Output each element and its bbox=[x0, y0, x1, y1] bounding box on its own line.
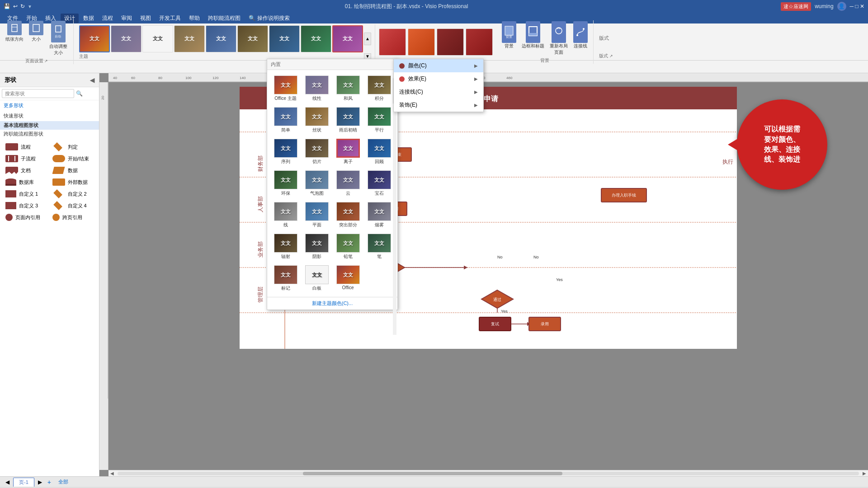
callout-arrow bbox=[728, 138, 739, 151]
category-cross[interactable]: 跨职能流程图形状 bbox=[0, 130, 99, 138]
theme-pen-cell[interactable]: 文文 笔 bbox=[364, 232, 394, 262]
theme-accumulate[interactable]: 文文 bbox=[174, 25, 205, 52]
page-tab-1[interactable]: 页-1 bbox=[13, 478, 34, 487]
theme-sequence-cell[interactable]: 文文 序列 bbox=[271, 137, 300, 167]
theme-harmony-cell[interactable]: 文文 和风 bbox=[333, 74, 363, 103]
context-color-arrow: ▶ bbox=[474, 63, 478, 68]
context-color[interactable]: 颜色(C) ▶ bbox=[394, 59, 483, 72]
page-scroll-right[interactable]: ▶ bbox=[36, 478, 44, 486]
add-page-btn[interactable]: + bbox=[46, 478, 53, 487]
background-btn[interactable]: 背景 背景 bbox=[500, 20, 518, 56]
theme-ion-sel[interactable]: 文文 bbox=[332, 25, 363, 52]
menu-view[interactable]: 视图 bbox=[137, 14, 155, 23]
theme-protrude-cell[interactable]: 文文 突出部分 bbox=[333, 200, 363, 230]
theme-silk[interactable]: 文文 bbox=[237, 25, 268, 52]
theme-pencil-cell[interactable]: 文文 铅笔 bbox=[333, 232, 363, 262]
theme-office2-cell[interactable]: 文文 Office bbox=[333, 263, 363, 293]
right-theme-4[interactable] bbox=[466, 28, 493, 56]
theme-bubble-cell[interactable]: 文文 气泡图 bbox=[302, 169, 331, 198]
menu-process[interactable]: 流程 bbox=[99, 14, 117, 23]
shapes-collapse[interactable]: ◀ bbox=[90, 77, 94, 84]
theme-selected-office[interactable]: 文文 bbox=[79, 25, 110, 52]
relayout-btn[interactable]: 重新布局页面 bbox=[548, 20, 570, 56]
theme-whiteboard-cell[interactable]: 文文 白板 bbox=[302, 263, 331, 293]
theme-cloud-cell[interactable]: 文文 云 bbox=[333, 169, 363, 198]
theme-office-main[interactable]: 文文 Office 主题 bbox=[271, 74, 300, 103]
shapes-search-icon[interactable]: 🔍 bbox=[76, 90, 83, 97]
border-title-btn[interactable]: 边框和标题 bbox=[520, 20, 546, 56]
shape-document[interactable]: 文档 bbox=[4, 165, 49, 175]
shape-custom1[interactable]: 自定义 1 bbox=[4, 189, 49, 199]
theme-slice-cell[interactable]: 文文 切片 bbox=[302, 137, 331, 167]
right-theme-2[interactable] bbox=[408, 28, 435, 56]
shape-data[interactable]: 数据 bbox=[51, 165, 96, 175]
user-icon[interactable]: 👤 bbox=[837, 2, 846, 11]
theme-parallel-cell[interactable]: 文文 平行 bbox=[364, 105, 394, 135]
theme-accumulate-cell[interactable]: 文文 积分 bbox=[364, 74, 394, 103]
theme-shadow-cell[interactable]: 文文 阴影 bbox=[302, 232, 331, 262]
context-connector[interactable]: 连接线(C) ▶ bbox=[394, 85, 483, 99]
shape-external-data[interactable]: 外部数据 bbox=[51, 177, 96, 187]
theme-enviro-cell[interactable]: 文文 环保 bbox=[271, 169, 300, 198]
category-basic[interactable]: 基本流程图形状 bbox=[0, 121, 99, 130]
menu-review[interactable]: 审阅 bbox=[118, 14, 136, 23]
context-color-label: 颜色(C) bbox=[408, 62, 427, 70]
page-direction-btn[interactable]: 纸张方向 bbox=[4, 20, 25, 43]
theme-rain-cell[interactable]: 文文 雨后初晴 bbox=[333, 105, 363, 135]
shape-crosspage-ref[interactable]: 跨页引用 bbox=[51, 212, 96, 222]
theme-harmony[interactable]: 文文 bbox=[142, 25, 173, 52]
right-theme-1[interactable] bbox=[379, 28, 406, 56]
theme-linear-cell[interactable]: 文文 线性 bbox=[302, 74, 331, 103]
svg-rect-8 bbox=[529, 33, 537, 36]
menu-help[interactable]: 帮助 bbox=[185, 14, 203, 23]
gallery-scroll-up[interactable]: ▲ bbox=[364, 33, 371, 45]
right-theme-3[interactable] bbox=[437, 28, 464, 56]
shapes-search-input[interactable] bbox=[2, 89, 74, 98]
redo-icon[interactable]: ↻ bbox=[20, 3, 25, 9]
theme-simple[interactable]: 文文 bbox=[206, 25, 236, 52]
scroll-left-btn[interactable]: ◀ bbox=[108, 471, 116, 476]
shape-database[interactable]: 数据库 bbox=[4, 177, 49, 187]
shape-custom3[interactable]: 自定义 3 bbox=[4, 201, 49, 211]
context-decor[interactable]: 装饰(E) ▶ bbox=[394, 99, 483, 112]
theme-linear[interactable]: 文文 bbox=[111, 25, 142, 52]
theme-echo-cell[interactable]: 文文 回顾 bbox=[364, 137, 394, 167]
context-effect[interactable]: 效果(E) ▶ bbox=[394, 72, 483, 85]
shape-inpage-ref[interactable]: 页面内引用 bbox=[4, 212, 49, 222]
menu-data[interactable]: 数据 bbox=[80, 14, 98, 23]
theme-ion-cell[interactable]: 文文 离子 bbox=[333, 137, 363, 167]
shape-custom4[interactable]: 自定义 4 bbox=[51, 201, 96, 211]
page-scroll-left[interactable]: ◀ bbox=[4, 478, 11, 486]
page-size-btn[interactable]: 大小 bbox=[27, 20, 45, 43]
theme-flat-cell[interactable]: 文文 平面 bbox=[302, 200, 331, 230]
shape-subprocess[interactable]: 子流程 bbox=[4, 154, 49, 164]
new-theme-color-btn[interactable]: 新建主题颜色(C)... bbox=[267, 297, 397, 310]
menu-crossfunc[interactable]: 跨职能流程图 bbox=[204, 14, 244, 23]
shape-custom2[interactable]: 自定义 2 bbox=[51, 189, 96, 199]
theme-gem-cell[interactable]: 文文 宝石 bbox=[364, 169, 394, 198]
theme-silk-cell[interactable]: 文文 丝状 bbox=[302, 105, 331, 135]
all-pages-link[interactable]: 全部 bbox=[58, 479, 68, 485]
auto-resize-btn[interactable]: 自动 自动调整大小 bbox=[47, 20, 70, 57]
menu-search[interactable]: 🔍 操作说明搜索 bbox=[245, 14, 293, 23]
scroll-right-btn[interactable]: ▶ bbox=[861, 471, 868, 476]
theme-mark-cell[interactable]: 文文 标记 bbox=[271, 263, 300, 293]
theme-fog-cell[interactable]: 文文 烟雾 bbox=[364, 200, 394, 230]
shape-start-end[interactable]: 开始/结束 bbox=[51, 154, 96, 164]
connector-btn[interactable]: 连接线 bbox=[571, 20, 590, 56]
window-controls[interactable]: ─ □ ✕ bbox=[850, 3, 864, 9]
theme-simple-cell[interactable]: 文文 简单 bbox=[271, 105, 300, 135]
theme-ray-cell[interactable]: 文文 辐射 bbox=[271, 232, 300, 262]
theme-rain[interactable]: 文文 bbox=[269, 25, 300, 52]
theme-line-cell[interactable]: 文文 线 bbox=[271, 200, 300, 230]
undo-icon[interactable]: ↩ bbox=[13, 3, 18, 9]
h-scroll-thumb[interactable] bbox=[303, 472, 562, 475]
quick-shapes-link[interactable]: 快速形状 bbox=[0, 111, 99, 121]
theme-parallel[interactable]: 文文 bbox=[301, 25, 331, 52]
save-icon[interactable]: 💾 bbox=[4, 3, 10, 9]
h-scrollbar[interactable]: ◀ ▶ bbox=[108, 470, 868, 476]
shape-decision[interactable]: 判定 bbox=[51, 142, 96, 152]
shape-process[interactable]: 流程 bbox=[4, 142, 49, 152]
menu-devtools[interactable]: 开发工具 bbox=[156, 14, 184, 23]
more-shapes-link[interactable]: 更多形状 bbox=[0, 100, 99, 111]
